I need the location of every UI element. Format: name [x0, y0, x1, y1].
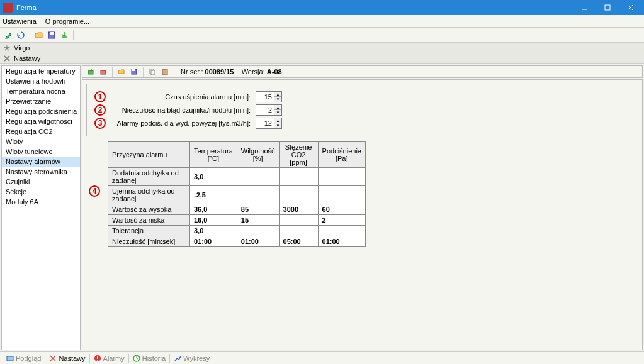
nastawy-label: Nastawy [14, 55, 40, 62]
table-cell[interactable]: 05:00 [279, 236, 318, 247]
table-cell[interactable]: 85 [237, 204, 279, 215]
separator [169, 354, 170, 363]
svg-rect-14 [7, 356, 13, 361]
copy-icon[interactable] [147, 66, 158, 77]
table-cell[interactable]: -2,5 [190, 186, 237, 204]
sidebar-item[interactable]: Nastawy alarmów [2, 157, 80, 167]
separator [112, 67, 113, 77]
table-cell[interactable]: 3,0 [190, 226, 237, 236]
refresh-icon[interactable] [15, 30, 26, 41]
table-cell[interactable] [279, 186, 318, 204]
menu-about[interactable]: O programie... [45, 18, 89, 25]
sidebar-item[interactable]: Wloty tunelowe [2, 146, 80, 157]
up-icon[interactable]: ▲ [274, 92, 281, 97]
table-header: Stężenie CO2[ppm] [279, 142, 318, 168]
tab-nastawy[interactable]: Nastawy [47, 355, 88, 362]
row-label: Wartość za niska [108, 215, 190, 226]
sidebar-item[interactable]: Ustawienia hodowli [2, 76, 80, 86]
table-row: Tolerancja3,0 [108, 226, 366, 236]
table-cell[interactable]: 01:00 [318, 236, 365, 247]
minimize-button[interactable] [573, 1, 596, 14]
table-row: Wartość za niska16,0152 [108, 215, 366, 226]
tab-wykresy[interactable]: Wykresy [171, 355, 212, 362]
sidebar-item[interactable]: Regulacja CO2 [2, 126, 80, 136]
table-cell[interactable] [318, 168, 365, 186]
titlebar: Ferma [0, 0, 644, 15]
separator [30, 30, 30, 40]
virgo-label: Virgo [14, 44, 30, 52]
svg-rect-11 [151, 70, 155, 75]
edit-icon[interactable] [3, 30, 14, 41]
statusbar: Podgląd Nastawy Alarmy Historia Wykresy [0, 351, 644, 364]
table-cell[interactable]: 36,0 [190, 204, 237, 215]
svg-rect-17 [97, 360, 98, 361]
sidebar-item[interactable]: Czujniki [2, 177, 80, 187]
open-icon[interactable] [33, 30, 45, 41]
close-button[interactable] [619, 1, 641, 14]
sidebar-item[interactable]: Wloty [2, 136, 80, 146]
insens-spinner[interactable]: ▲▼ [256, 104, 282, 116]
virgo-panel-head[interactable]: Virgo [0, 43, 644, 53]
table-cell[interactable] [237, 186, 279, 204]
insens-input[interactable] [256, 106, 274, 114]
table-cell[interactable]: 2 [318, 215, 365, 226]
add-icon[interactable] [85, 66, 96, 77]
sidebar-item[interactable]: Regulacja podciśnienia [2, 106, 80, 116]
tab-alarmy[interactable]: Alarmy [91, 355, 127, 362]
table-row: Nieczułość [min:sek]01:0001:0005:0001:00 [108, 236, 366, 247]
sidebar-item[interactable]: Nastawy sterownika [2, 167, 80, 177]
delete-icon[interactable] [98, 66, 109, 77]
vacuum-spinner[interactable]: ▲▼ [256, 118, 282, 129]
up-icon[interactable]: ▲ [274, 118, 281, 123]
tab-historia[interactable]: Historia [130, 355, 168, 362]
insens-label: Nieczułość na błąd czujnika/modułu [min]… [112, 106, 251, 114]
tab-podglad[interactable]: Podgląd [4, 355, 43, 362]
main-panel: 1 Czas uśpienia alarmu [min]: ▲▼ 2 Niecz… [82, 79, 643, 350]
sidebar: Regulacja temperaturyUstawienia hodowliT… [1, 65, 81, 350]
sidebar-item[interactable]: Moduły 6A [2, 197, 80, 207]
table-cell[interactable]: 60 [318, 204, 365, 215]
table-cell[interactable] [318, 226, 365, 236]
sidebar-item[interactable]: Regulacja wilgotności [2, 116, 80, 126]
down-icon[interactable]: ▼ [274, 97, 281, 102]
maximize-button[interactable] [596, 1, 619, 14]
table-cell[interactable]: 16,0 [190, 215, 237, 226]
table-cell[interactable] [279, 215, 318, 226]
table-cell[interactable]: 01:00 [237, 236, 279, 247]
table-cell[interactable] [237, 226, 279, 236]
table-cell[interactable] [237, 168, 279, 186]
table-cell[interactable]: 01:00 [190, 236, 237, 247]
device-info: Nr ser.: 00089/15 Wersja: A-08 [181, 68, 282, 75]
sidebar-item[interactable]: Przewietrzanie [2, 96, 80, 106]
open-icon[interactable] [116, 66, 127, 77]
sleep-spinner[interactable]: ▲▼ [256, 91, 282, 102]
table-cell[interactable]: 3000 [279, 204, 318, 215]
table-cell[interactable] [279, 168, 318, 186]
device-toolbar: Nr ser.: 00089/15 Wersja: A-08 [82, 65, 643, 78]
paste-icon[interactable] [159, 66, 171, 77]
table-cell[interactable]: 15 [237, 215, 279, 226]
sleep-input[interactable] [256, 93, 274, 101]
menu-settings[interactable]: Ustawienia [3, 18, 37, 25]
sidebar-item[interactable]: Sekcje [2, 187, 80, 197]
table-header: Podciśnienie[Pa] [318, 142, 365, 168]
table-cell[interactable] [318, 186, 365, 204]
nastawy-panel-head[interactable]: Nastawy [0, 53, 644, 64]
table-cell[interactable]: 3,0 [190, 168, 237, 186]
sidebar-item[interactable]: Temperatura nocna [2, 86, 80, 96]
table-header: Przyczyna alarmu [108, 142, 190, 168]
table-cell[interactable] [279, 226, 318, 236]
sidebar-item[interactable]: Regulacja temperatury [2, 66, 80, 76]
down-icon[interactable]: ▼ [274, 123, 281, 128]
separator [45, 354, 45, 363]
save-icon[interactable] [128, 66, 140, 77]
down-icon[interactable]: ▼ [274, 110, 281, 115]
download-icon[interactable] [59, 30, 70, 41]
save-icon[interactable] [46, 30, 57, 41]
badge-4: 4 [89, 185, 100, 197]
table-row: Wartość za wysoka36,085300060 [108, 204, 366, 215]
up-icon[interactable]: ▲ [274, 105, 281, 110]
separator [89, 354, 90, 363]
alarm-table: Przyczyna alarmuTemperatura[°C]Wilgotnoś… [108, 141, 366, 247]
vacuum-input[interactable] [256, 119, 274, 127]
